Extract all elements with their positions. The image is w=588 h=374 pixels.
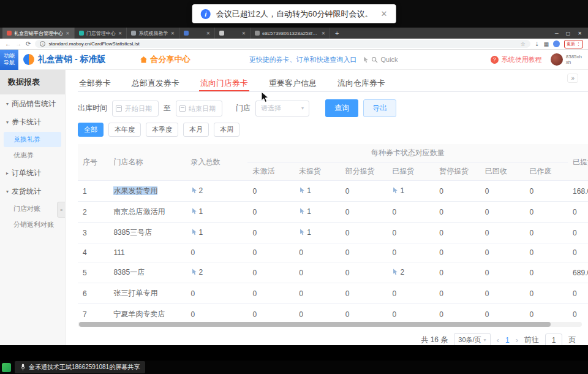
chevron-down-icon: ▾ — [484, 337, 486, 343]
taskbar-app-icon[interactable] — [2, 363, 11, 372]
total-count: 共 16 条 — [421, 335, 448, 345]
browser-profile-avatar[interactable] — [553, 40, 560, 47]
sidebar-group-item[interactable]: ▾商品销售统计 — [0, 94, 65, 113]
count-link[interactable]: 2 — [191, 186, 203, 195]
count-link[interactable]: 1 — [299, 207, 311, 216]
download-icon[interactable]: ⇣ — [535, 41, 540, 47]
browser-update-button[interactable]: 更新 ⋮ — [564, 40, 583, 48]
browser-tab[interactable]: ✕ — [215, 28, 251, 39]
content-tab[interactable]: 全部券卡 — [78, 75, 112, 91]
back-button[interactable]: ← — [5, 41, 11, 47]
extensions-icon[interactable]: ▦ — [543, 41, 549, 47]
share-center-link[interactable]: 合分享中心 — [140, 54, 190, 65]
sidebar-subitem[interactable]: 优惠券 — [4, 148, 61, 163]
sidebar-group-item[interactable]: ▾券卡统计 — [0, 113, 65, 131]
cell-store-name: 张三打单专用 — [108, 283, 186, 304]
user-profile[interactable]: 8385xh xh — [551, 53, 582, 66]
cell-count[interactable]: 1 — [186, 202, 248, 223]
quick-filter-button[interactable]: 本周 — [214, 123, 239, 137]
cell-count[interactable]: 1 — [294, 223, 341, 243]
browser-tab[interactable]: 门店管理中心✕ — [75, 28, 127, 39]
sidebar-group-item[interactable]: ▸订单统计 — [0, 164, 65, 182]
count-link[interactable]: 1 — [299, 186, 311, 195]
sidebar-group-item[interactable]: ▾发货统计 — [0, 182, 65, 200]
cell-index: 3 — [78, 223, 108, 243]
goto-page-input[interactable] — [545, 334, 562, 346]
count-link[interactable]: 1 — [191, 207, 203, 216]
cell-store-name: 111 — [108, 243, 186, 262]
refresh-button[interactable]: ⟳ — [26, 41, 31, 47]
quick-filter-button[interactable]: 本年度 — [108, 123, 141, 137]
cell-count[interactable]: 1 — [186, 223, 248, 243]
site-info-icon[interactable]: i — [40, 41, 45, 47]
tab-close-icon[interactable]: ✕ — [118, 31, 123, 36]
status-col-header: 已作废 — [524, 162, 568, 181]
quick-filter-button[interactable]: 本月 — [183, 123, 209, 137]
scrollbar-thumb[interactable] — [79, 322, 551, 327]
count-value: 2 — [400, 268, 404, 277]
cell-count[interactable]: 1 — [294, 181, 341, 202]
maximize-button[interactable]: ▢ — [566, 31, 571, 36]
screen: i 会议已超过2人，自动转为60分钟限时会议。 ✕ 礼盒营销平台管理中心✕门店管… — [0, 0, 588, 374]
sidebar-subitem[interactable]: 兑换礼券 — [4, 132, 61, 147]
quick-filter-button[interactable]: 全部 — [78, 123, 104, 137]
page-size-select[interactable]: 30条/页 ▾ — [454, 333, 490, 345]
export-button[interactable]: 导出 — [363, 99, 396, 117]
count-link[interactable]: 1 — [392, 186, 404, 195]
function-nav-button[interactable]: 功能 导航 — [0, 50, 18, 70]
tab-close-icon[interactable]: ✕ — [321, 31, 325, 36]
tab-close-icon[interactable]: ✕ — [241, 31, 246, 36]
sidebar: 数据报表 ▾商品销售统计▾券卡统计兑换礼券优惠券▸订单统计▾发货统计门店对账分销… — [0, 70, 66, 345]
count-link[interactable]: 1 — [191, 228, 203, 237]
search-button[interactable]: 查询 — [325, 99, 358, 117]
hand-pointer-icon — [363, 56, 369, 63]
tab-close-icon[interactable]: ✕ — [206, 31, 210, 36]
count-link[interactable]: 2 — [191, 268, 203, 277]
browser-tab[interactable]: ✕ — [179, 28, 215, 39]
cell-count[interactable]: 2 — [387, 262, 434, 283]
cell-count: 0 — [524, 202, 568, 223]
bookmark-star-icon[interactable]: ☆ — [521, 41, 526, 47]
cell-count: 0 — [480, 304, 525, 321]
content-tab[interactable]: 重要客户信息 — [268, 75, 318, 91]
cell-count[interactable]: 1 — [294, 202, 341, 223]
cell-count[interactable]: 2 — [186, 262, 248, 283]
count-value: 1 — [199, 228, 203, 237]
cell-store-name: 南京总店激活用 — [108, 202, 186, 223]
forward-button[interactable]: → — [15, 41, 21, 47]
collapse-columns-button[interactable]: » — [567, 74, 578, 83]
cell-count[interactable]: 1 — [387, 181, 434, 202]
current-page[interactable]: 1 — [505, 336, 510, 345]
store-select[interactable]: 请选择 ▾ — [255, 101, 309, 116]
quick-filters: 全部本年度本季度本月本周 — [78, 123, 588, 137]
close-button[interactable]: ✕ — [578, 31, 582, 36]
tab-close-icon[interactable]: ✕ — [170, 31, 175, 36]
cell-count[interactable]: 2 — [186, 181, 248, 202]
content-tab[interactable]: 流向门店券卡 — [199, 75, 249, 91]
quick-search[interactable]: Quick — [363, 56, 398, 63]
next-page-button[interactable]: › — [516, 335, 518, 345]
cell-count: 0 — [480, 181, 525, 202]
new-tab-button[interactable]: + — [330, 28, 344, 39]
prev-page-button[interactable]: ‹ — [497, 335, 499, 345]
quick-filter-button[interactable]: 本季度 — [146, 123, 178, 137]
browser-tab[interactable]: 礼盒营销平台管理中心✕ — [2, 28, 75, 39]
horizontal-scrollbar[interactable] — [78, 322, 582, 327]
calendar-icon — [116, 105, 122, 112]
count-link[interactable]: 1 — [299, 228, 311, 237]
browser-tab[interactable]: e8c573980b1328a258fd2e6f✕ — [251, 28, 330, 39]
tutorial-link[interactable]: ? 系统使用教程 — [491, 55, 542, 64]
sidebar-subitem[interactable]: 门店对账 — [4, 201, 61, 216]
minimize-button[interactable]: ─ — [555, 31, 559, 36]
sidebar-subitem[interactable]: 分销返利对账 — [4, 217, 61, 232]
tab-close-icon[interactable]: ✕ — [66, 31, 70, 36]
content-tab[interactable]: 总部直发券卡 — [130, 75, 181, 91]
content-tab[interactable]: 流向仓库券卡 — [336, 75, 386, 91]
toast-close-icon[interactable]: ✕ — [380, 9, 387, 18]
count-link[interactable]: 2 — [392, 268, 404, 277]
url-bar[interactable]: i standard.maboy.cn/CardFlowStatisticsLi… — [35, 40, 530, 48]
browser-tab[interactable]: 系统视频教学✕ — [127, 28, 179, 39]
to-label: 至 — [164, 103, 171, 113]
sidebar-resize-handle[interactable]: ≡ — [57, 202, 65, 218]
cell-index: 4 — [78, 243, 108, 262]
